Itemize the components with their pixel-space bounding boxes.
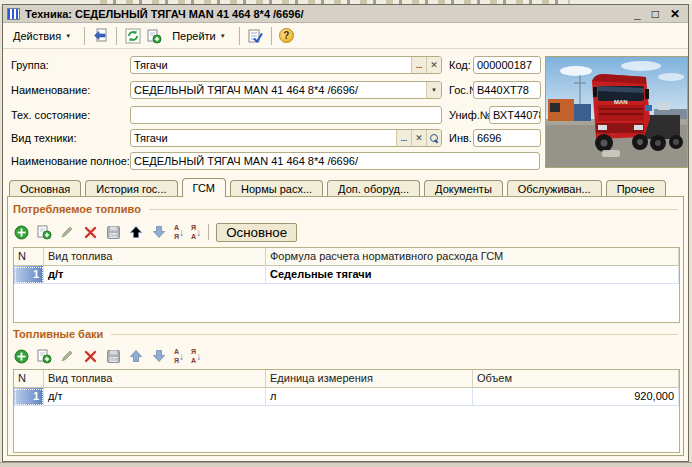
tab-obsluzhivan[interactable]: Обслуживан... [507, 180, 602, 197]
inv-num-value[interactable]: 6696 [474, 130, 540, 146]
move-down-icon[interactable] [151, 348, 167, 364]
tab-normy-raskh[interactable]: Нормы расх... [230, 180, 323, 197]
maximize-button[interactable]: □ [652, 7, 659, 21]
unif-num-value[interactable]: ВХТ44078 [490, 107, 540, 123]
add-row-icon[interactable] [13, 224, 29, 240]
delete-row-icon[interactable] [82, 348, 98, 364]
group-value[interactable]: Тягачи [131, 57, 411, 73]
svg-text:ПОК: ПОК [110, 358, 118, 362]
tab-dop-oborud[interactable]: Доп. оборуд... [327, 180, 420, 197]
clear-icon[interactable]: ✕ [411, 130, 426, 146]
fuel-type-cell[interactable]: д/т [44, 388, 266, 406]
move-up-icon[interactable] [128, 348, 144, 364]
delete-row-icon[interactable] [82, 224, 98, 240]
formula-cell[interactable]: Седельные тягачи [266, 266, 679, 284]
col-header-fuel-type[interactable]: Вид топлива [44, 248, 266, 265]
tab-gsm[interactable]: ГСМ [182, 178, 226, 197]
edit-row-icon[interactable] [59, 224, 75, 240]
clear-icon[interactable]: ✕ [426, 57, 441, 73]
name-field[interactable]: СЕДЕЛЬНЫЙ ТЯГАЧ MAN 41 464 8*4 /6696/ ▼ [130, 81, 442, 99]
window-titlebar: Техника: СЕДЕЛЬНЫЙ ТЯГАЧ MAN 41 464 8*4 … [3, 5, 688, 23]
gsm-tab-panel: Потребляемое топливо ПОК [7, 196, 684, 456]
main-toolbar: Действия ▼ Перейти ▼ ? [3, 23, 688, 49]
caret-down-icon: ▼ [220, 33, 226, 39]
unif-num-field[interactable]: ВХТ44078 [489, 106, 541, 124]
actions-button[interactable]: Действия ▼ [7, 27, 77, 45]
kind-field[interactable]: Тягачи ... ✕ [130, 129, 442, 147]
full-name-field[interactable]: СЕДЕЛЬНЫЙ ТЯГАЧ MAN 41 464 8*4 /6696/ [130, 152, 540, 170]
sort-asc-icon[interactable]: АЯ ↓ [174, 347, 184, 365]
fuel-section-title: Потребляемое топливо [13, 203, 141, 215]
unit-cell[interactable]: л [266, 388, 473, 406]
minimize-button[interactable]: _ [634, 7, 641, 21]
row-number-cell[interactable]: 1 [14, 266, 44, 284]
goto-button[interactable]: Перейти ▼ [166, 27, 232, 45]
col-header-fuel-type[interactable]: Вид топлива [44, 370, 266, 387]
inv-num-field[interactable]: 6696 [473, 129, 541, 147]
col-header-volume[interactable]: Объем [473, 370, 679, 387]
toolbar-separator [116, 27, 117, 45]
dropdown-icon[interactable]: ▼ [426, 82, 441, 98]
copy-row-icon[interactable] [36, 224, 52, 240]
row-number-cell[interactable]: 1 [14, 388, 44, 406]
taskbar-sliver [0, 462, 692, 467]
tech-state-field[interactable] [130, 106, 442, 124]
vehicle-photo: MAN [545, 56, 688, 168]
full-name-value[interactable]: СЕДЕЛЬНЫЙ ТЯГАЧ MAN 41 464 8*4 /6696/ [131, 153, 539, 169]
sort-arrow: ↓ [179, 228, 184, 237]
sort-arrow: ↓ [196, 228, 201, 237]
fuel-grid-toolbar: ПОК АЯ ↓ ЯА ↓ Основное [13, 221, 297, 243]
volume-cell[interactable]: 920,000 [473, 388, 679, 406]
svg-text:ПОК: ПОК [110, 234, 118, 238]
fuel-table-row[interactable]: 1 д/т Седельные тягачи [14, 266, 679, 284]
copy-new-icon[interactable] [145, 27, 162, 44]
lookup-button[interactable]: ... [396, 130, 411, 146]
toolbar-separator [84, 27, 85, 45]
tab-istoriya-gos[interactable]: История гос... [85, 180, 177, 197]
fuel-section-header: Потребляемое топливо [13, 203, 678, 215]
col-header-n[interactable]: N [14, 248, 44, 265]
save-and-close-icon[interactable] [92, 27, 109, 44]
move-up-icon[interactable] [128, 224, 144, 240]
add-row-icon[interactable] [13, 348, 29, 364]
tanks-table: N Вид топлива Единица измерения Объем 1 … [13, 369, 680, 453]
move-down-icon[interactable] [151, 224, 167, 240]
fuel-table-header: N Вид топлива Формула расчета нормативно… [14, 248, 679, 266]
app-window: Техника: СЕДЕЛЬНЫЙ ТЯГАЧ MAN 41 464 8*4 … [2, 4, 689, 462]
sort-desc-icon[interactable]: ЯА ↓ [191, 223, 201, 241]
group-field[interactable]: Тягачи ... ✕ [130, 56, 442, 74]
tab-osnovnaya[interactable]: Основная [9, 180, 81, 197]
gos-num-value[interactable]: В440ХТ78 [474, 82, 540, 98]
tab-dokumenty[interactable]: Документы [424, 180, 503, 197]
tanks-table-header: N Вид топлива Единица измерения Объем [14, 370, 679, 388]
code-field[interactable]: 000000187 [473, 56, 541, 74]
tab-strip: Основная История гос... ГСМ Нормы расх..… [9, 179, 666, 197]
tanks-table-row[interactable]: 1 д/т л 920,000 [14, 388, 679, 406]
edit-row-icon[interactable] [59, 348, 75, 364]
search-icon[interactable] [426, 130, 441, 146]
end-edit-icon[interactable]: ПОК [105, 348, 121, 364]
col-header-formula[interactable]: Формула расчета нормативного расхода ГСМ [266, 248, 679, 265]
help-icon[interactable]: ? [279, 28, 294, 43]
name-value[interactable]: СЕДЕЛЬНЫЙ ТЯГАЧ MAN 41 464 8*4 /6696/ [131, 82, 426, 98]
checklist-icon[interactable] [247, 27, 264, 44]
lookup-button[interactable]: ... [411, 57, 426, 73]
gos-num-field[interactable]: В440ХТ78 [473, 81, 541, 99]
catalog-icon [7, 8, 20, 20]
col-header-n[interactable]: N [14, 370, 44, 387]
main-fuel-button[interactable]: Основное [216, 223, 297, 242]
code-value[interactable]: 000000187 [474, 57, 540, 73]
tab-prochee[interactable]: Прочее [606, 180, 666, 197]
screen: Техника: СЕДЕЛЬНЫЙ ТЯГАЧ MAN 41 464 8*4 … [0, 0, 692, 467]
sort-desc-icon[interactable]: ЯА ↓ [191, 347, 201, 365]
sort-asc-icon[interactable]: АЯ ↓ [174, 223, 184, 241]
fuel-type-cell[interactable]: д/т [44, 266, 266, 284]
end-edit-icon[interactable]: ПОК [105, 224, 121, 240]
col-header-unit[interactable]: Единица измерения [266, 370, 473, 387]
copy-row-icon[interactable] [36, 348, 52, 364]
section-divider [149, 209, 678, 210]
refresh-icon[interactable] [124, 27, 141, 44]
kind-value[interactable]: Тягачи [131, 130, 396, 146]
close-button[interactable]: ✕ [670, 7, 680, 21]
actions-button-label: Действия [13, 30, 61, 42]
